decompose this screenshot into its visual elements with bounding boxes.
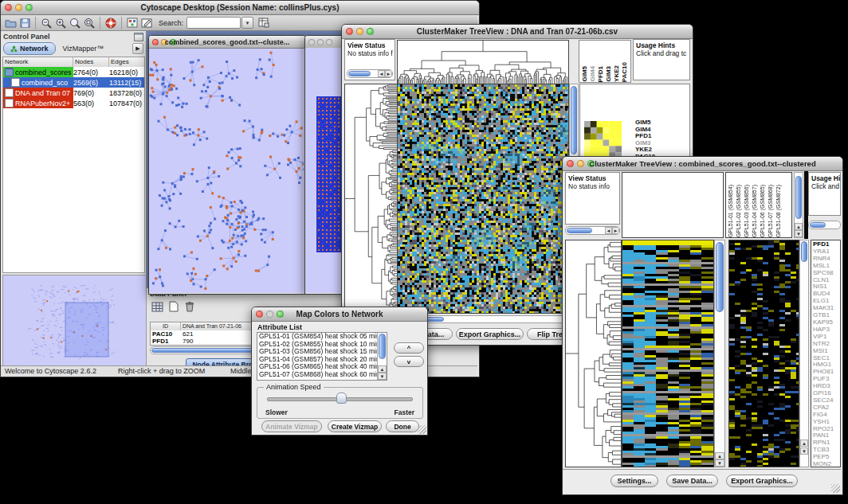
attribute-list-vscroll[interactable]: ▲ ▼	[377, 333, 387, 380]
zoom-button[interactable]	[326, 39, 332, 45]
dialog-title-bar[interactable]: Map Colors to Network	[252, 307, 427, 322]
minimize-button[interactable]	[356, 28, 363, 35]
scroll-up-arrow[interactable]: ▲	[795, 223, 803, 230]
dialog-button[interactable]: Done	[386, 420, 419, 432]
delete-attribute-icon[interactable]	[183, 299, 197, 313]
zoom-selected-icon[interactable]	[68, 16, 82, 29]
gene-label[interactable]: MON2	[813, 461, 840, 467]
close-button[interactable]	[308, 39, 315, 45]
treeview-button[interactable]: Export Graphics...	[456, 328, 524, 340]
column-label[interactable]: YKE2	[613, 65, 621, 82]
data-panel-hscroll[interactable]	[150, 346, 265, 354]
attribute-browser-icon[interactable]	[257, 16, 271, 29]
zoom-fit-icon[interactable]	[82, 16, 96, 29]
dialog-button[interactable]: Animate Vizmap	[261, 420, 322, 432]
zoom-button[interactable]	[277, 311, 284, 318]
tv2-row-dendrogram[interactable]	[565, 240, 622, 467]
array-column-label[interactable]: GPL51-07 (GSM868)	[767, 185, 775, 237]
attribute-row[interactable]: PAC10 621	[151, 330, 266, 338]
zoom-button[interactable]	[26, 4, 33, 11]
zoom-in-icon[interactable]	[53, 16, 68, 29]
column-label[interactable]: GIM5	[581, 66, 589, 82]
column-label[interactable]: PAC10	[621, 62, 629, 82]
zoom-button[interactable]	[170, 39, 176, 45]
help-lifering-icon[interactable]	[104, 16, 118, 29]
tab-overflow-button[interactable]: ▶	[132, 43, 143, 54]
zoom-button[interactable]	[587, 160, 595, 167]
network-table-row[interactable]: combined_scores 2764(0) 16218(0)	[3, 67, 144, 77]
column-label[interactable]: PFD1	[597, 66, 605, 82]
scroll-left-arrow[interactable]: ◄	[378, 70, 385, 77]
attr-col-id[interactable]: ID	[151, 322, 181, 330]
grid-network-canvas[interactable]	[316, 96, 343, 252]
close-button[interactable]	[256, 311, 263, 318]
minimize-button[interactable]	[266, 311, 273, 318]
zoom-button[interactable]	[367, 28, 374, 35]
tv1-cluster-matrix[interactable]	[584, 121, 622, 158]
annotation-icon[interactable]	[139, 16, 154, 29]
array-column-label[interactable]: GPL51-06 (GSM865)	[759, 185, 767, 237]
tab-network[interactable]: Network	[3, 42, 56, 55]
tv2-heatmap[interactable]	[622, 240, 714, 467]
tv2-heatmap-vscroll[interactable]: ▲ ▼	[714, 240, 725, 467]
resize-grip[interactable]	[418, 425, 426, 434]
network-view-title-bar[interactable]: combined_scores_good.txt--cluste...	[149, 36, 305, 49]
tv1-row-dendrogram[interactable]	[344, 84, 398, 314]
tv2-secondary-heatmap[interactable]	[728, 240, 799, 467]
scroll-up-arrow[interactable]: ▲	[800, 440, 808, 447]
column-label[interactable]: GIM3	[605, 66, 613, 82]
network-overview-thumbnail[interactable]	[2, 275, 147, 366]
network-table-row[interactable]: DNA and Tran 07 769(0) 183728(0)	[3, 88, 144, 98]
network-table-row[interactable]: combined_sco 2569(6) 13112(15)	[3, 77, 144, 88]
float-panel-icon[interactable]	[134, 33, 143, 41]
scroll-down-arrow[interactable]: ▼	[715, 459, 724, 467]
network-view-canvas[interactable]	[149, 49, 304, 293]
column-header-nodes[interactable]: Nodes	[73, 57, 109, 67]
tv2-hints-hscroll[interactable]	[808, 221, 841, 229]
treeview-button[interactable]: Settings...	[610, 475, 658, 487]
minimize-button[interactable]	[15, 4, 22, 11]
column-header-network[interactable]: Network	[3, 57, 73, 67]
dialog-button[interactable]: Create Vizmap	[328, 420, 382, 432]
move-down-button[interactable]: v	[394, 356, 424, 367]
scroll-up-arrow[interactable]: ▲	[715, 452, 724, 459]
array-column-label[interactable]: GPL51-08 (GSM872)	[775, 185, 783, 237]
zoom-out-icon[interactable]	[39, 16, 53, 29]
close-button[interactable]	[567, 160, 574, 167]
tv2-status-hscroll[interactable]: ◄ ►	[565, 226, 620, 235]
treeview2-title-bar[interactable]: ClusterMaker TreeView : combined_scores_…	[563, 157, 842, 171]
array-column-label[interactable]: GPL51-03 (GSM856)	[743, 185, 751, 237]
node-editor-icon[interactable]	[125, 16, 139, 29]
scroll-right-arrow[interactable]: ►	[385, 70, 392, 77]
minimize-button[interactable]	[577, 160, 584, 167]
scroll-left-arrow[interactable]: ◄	[605, 227, 612, 234]
array-column-label[interactable]: GPL51-01 (GSM854)	[727, 185, 735, 237]
open-file-icon[interactable]	[3, 16, 18, 29]
network-table-row[interactable]: RNAPuberNov2+ 563(0) 107847(0)	[3, 98, 144, 108]
speed-slider-thumb[interactable]	[336, 393, 347, 404]
tv2-gene-vscroll[interactable]: ▲ ▼	[799, 240, 809, 467]
treeview1-title-bar[interactable]: ClusterMaker TreeView : DNA and Tran 07-…	[342, 25, 693, 39]
minimize-button[interactable]	[317, 39, 324, 45]
scroll-right-arrow[interactable]: ►	[612, 227, 619, 234]
close-button[interactable]	[5, 4, 12, 11]
save-icon[interactable]	[18, 16, 32, 29]
column-label[interactable]: GIM4	[589, 66, 597, 82]
array-column-label[interactable]: GPL51-02 (GSM855)	[735, 185, 743, 237]
scroll-down-arrow[interactable]: ▼	[378, 373, 387, 380]
treeview-button[interactable]: Export Graphics...	[726, 475, 798, 487]
search-dropdown-button[interactable]: ▼	[241, 17, 253, 29]
scroll-up-arrow[interactable]: ▲	[378, 365, 387, 373]
resize-grip[interactable]	[831, 484, 840, 493]
main-title-bar[interactable]: Cytoscape Desktop (Session Name: collins…	[1, 1, 479, 15]
close-button[interactable]	[346, 28, 353, 35]
attribute-list-item[interactable]: GPL51-07 (GSM868) heat shock 60 min	[257, 371, 377, 379]
tv1-heatmap[interactable]	[397, 84, 569, 314]
scroll-down-arrow[interactable]: ▼	[795, 230, 803, 237]
tab-vizmapper[interactable]: VizMapper™	[58, 45, 109, 53]
tv1-status-hscroll[interactable]: ◄ ►	[347, 69, 393, 78]
search-input[interactable]	[186, 17, 241, 29]
treeview-button[interactable]: Save Data...	[666, 475, 718, 487]
column-header-edges[interactable]: Edges	[109, 57, 144, 67]
close-button[interactable]	[152, 39, 159, 45]
